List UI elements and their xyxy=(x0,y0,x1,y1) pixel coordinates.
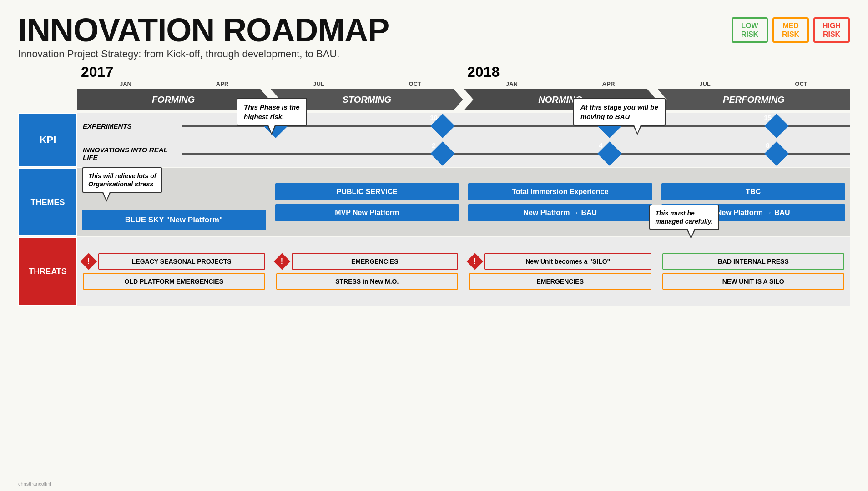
phase-performing: PERFORMING xyxy=(658,89,850,110)
kpi-experiments-label: EXPERIMENTS xyxy=(77,122,182,130)
watermark: christfrancollinl xyxy=(18,481,51,486)
risk-badges: LOWRISK MEDRISK HIGHRISK xyxy=(732,17,850,43)
year-row: 2017 2018 xyxy=(77,64,850,80)
kpi-label: KPI xyxy=(18,113,77,167)
theme-col-2: PUBLIC SERVICE MVP New Platform xyxy=(271,168,464,236)
threat-col-4: BAD INTERNAL PRESS NEW UNIT IS A SILO xyxy=(657,237,850,306)
threat-icon-2: ! xyxy=(276,256,288,267)
threats-section: THREATS This must bemanaged carefully. xyxy=(18,237,850,306)
threat-emergencies-1: EMERGENCIES xyxy=(292,253,459,270)
low-risk-badge: LOWRISK xyxy=(732,17,768,43)
threats-content: This must bemanaged carefully. ! LEGACY … xyxy=(77,237,850,306)
threat-legacy: LEGACY SEASONAL PROJECTS xyxy=(98,253,265,270)
subtitle: Innovation Project Strategy: from Kick-o… xyxy=(18,48,389,60)
themes-section: THEMES This will relieve lots ofOrganisa… xyxy=(18,168,850,236)
threat-col-3: ! New Unit becomes a "SILO" EMERGENCIES xyxy=(464,237,657,306)
kpi-content: EXPERIMENTS 7 10 xyxy=(77,113,850,167)
threat-emergencies-2: EMERGENCIES xyxy=(469,273,651,290)
threat-col2-row1: ! EMERGENCIES xyxy=(276,253,459,270)
kpi-innovations-line: 2 4 8 xyxy=(182,153,850,155)
threat-silo: New Unit becomes a "SILO" xyxy=(484,253,651,270)
callout-performing: At this stage you will bemoving to BAU xyxy=(573,98,666,126)
title-block: INNOVATION ROADMAP Innovation Project St… xyxy=(18,14,389,60)
themes-label: THEMES xyxy=(18,168,77,236)
month-row: JAN APR JUL OCT JAN APR JUL OCT xyxy=(77,80,850,87)
theme-tbc: TBC xyxy=(661,183,846,200)
month-group-2017: JAN APR JUL OCT xyxy=(77,80,464,87)
threat-stress: STRESS in New M.O. xyxy=(276,273,459,290)
header: INNOVATION ROADMAP Innovation Project St… xyxy=(18,14,850,60)
kpi-section: KPI EXPERIMENTS 7 xyxy=(18,113,850,167)
high-risk-badge: HIGHRISK xyxy=(813,17,850,43)
threat-col-2: ! EMERGENCIES STRESS in New M.O. xyxy=(271,237,464,306)
kpi-innovations-label: INNOVATIONS INTO REAL LIFE xyxy=(77,146,182,161)
threat-icon-3: ! xyxy=(469,256,481,267)
phase-banner: FORMING STORMING NORMING PERFORMING xyxy=(77,89,850,110)
year-2017: 2017 xyxy=(77,64,464,80)
threat-icon-1: ! xyxy=(83,256,95,267)
med-risk-badge: MEDRISK xyxy=(772,17,809,43)
callout-storming: This Phase is thehighest risk. xyxy=(237,98,307,126)
themes-content: This will relieve lots ofOrganisational … xyxy=(77,168,850,236)
threat-new-unit-silo: NEW UNIT IS A SILO xyxy=(662,273,845,290)
theme-col-3: Total Immersion Experience New Platform … xyxy=(464,168,657,236)
main-title: INNOVATION ROADMAP xyxy=(18,14,389,46)
slide: INNOVATION ROADMAP Innovation Project St… xyxy=(0,0,868,491)
callout-managed: This must bemanaged carefully. xyxy=(649,205,719,230)
threat-bad-press: BAD INTERNAL PRESS xyxy=(662,253,845,270)
threat-old-platform: OLD PLATFORM EMERGENCIES xyxy=(83,273,265,290)
callout-stress: This will relieve lots ofOrganisational … xyxy=(82,167,162,193)
threat-col3-row1: ! New Unit becomes a "SILO" xyxy=(469,253,651,270)
vline-2 xyxy=(464,113,464,167)
timeline-container: 2017 2018 JAN APR JUL OCT JAN APR JUL OC… xyxy=(18,64,850,306)
theme-new-platform-bau-1: New Platform → BAU xyxy=(468,204,652,221)
theme-total-immersion: Total Immersion Experience xyxy=(468,183,652,200)
threats-label: THREATS xyxy=(18,237,77,306)
threat-col1-row1: ! LEGACY SEASONAL PROJECTS xyxy=(83,253,265,270)
theme-blue-sky: BLUE SKY "New Platform" xyxy=(82,210,266,230)
theme-public-service: PUBLIC SERVICE xyxy=(275,183,459,200)
month-group-2018: JAN APR JUL OCT xyxy=(464,80,850,87)
year-2018: 2018 xyxy=(464,64,850,80)
threat-col-1: ! LEGACY SEASONAL PROJECTS OLD PLATFORM … xyxy=(77,237,271,306)
theme-mvp: MVP New Platform xyxy=(275,204,459,221)
